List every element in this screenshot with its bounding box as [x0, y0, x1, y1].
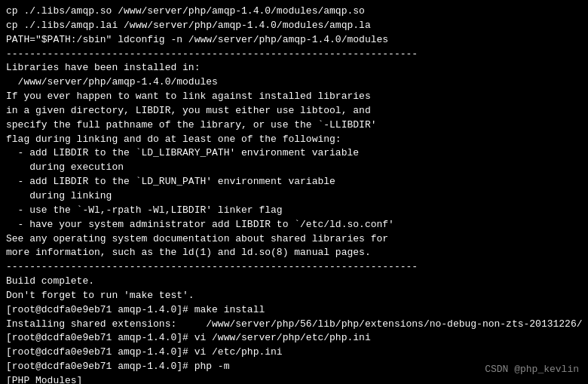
terminal-line: See any operating system documentation a… [6, 232, 582, 247]
terminal-line: during linking [6, 189, 582, 204]
terminal-line: specify the full pathname of the library… [6, 118, 582, 133]
terminal-line: ----------------------------------------… [6, 260, 582, 275]
terminal-line: /www/server/php/amqp-1.4.0/modules [6, 75, 582, 90]
terminal-line: cp ./.libs/amqp.lai /www/server/php/amqp… [6, 19, 582, 33]
watermark: CSDN @php_kevlin [485, 364, 579, 375]
terminal-line: Don't forget to run 'make test'. [6, 289, 582, 303]
terminal-line: [root@dcdfa0e9eb71 amqp-1.4.0]# make ins… [6, 303, 582, 318]
terminal-line: If you ever happen to want to link again… [6, 90, 582, 104]
terminal-line: - use the `-Wl,-rpath -Wl,LIBDIR' linker… [6, 204, 582, 218]
terminal-line: Libraries have been installed in: [6, 61, 582, 75]
terminal-line: during execution [6, 161, 582, 175]
terminal-line: Installing shared extensions: /www/serve… [6, 318, 582, 332]
terminal-line: Build complete. [6, 275, 582, 289]
terminal-line: in a given directory, LIBDIR, you must e… [6, 104, 582, 118]
terminal-window: cp ./.libs/amqp.so /www/server/php/amqp-… [0, 0, 588, 384]
terminal-line: ----------------------------------------… [6, 48, 582, 62]
terminal-line: flag during linking and do at least one … [6, 133, 582, 147]
terminal-line: - have your system administrator add LIB… [6, 218, 582, 232]
terminal-line: [PHP Modules] [6, 374, 582, 384]
terminal-line: - add LIBDIR to the `LD_RUN_PATH' enviro… [6, 175, 582, 189]
terminal-line: [root@dcdfa0e9eb71 amqp-1.4.0]# vi /www/… [6, 331, 582, 346]
terminal-line: PATH="$PATH:/sbin" ldconfig -n /www/serv… [6, 33, 582, 48]
terminal-output: cp ./.libs/amqp.so /www/server/php/amqp-… [6, 5, 582, 384]
terminal-line: more information, such as the ld(1) and … [6, 246, 582, 260]
terminal-line: - add LIBDIR to the `LD_LIBRARY_PATH' en… [6, 146, 582, 161]
terminal-line: [root@dcdfa0e9eb71 amqp-1.4.0]# vi /etc/… [6, 346, 582, 360]
terminal-line: cp ./.libs/amqp.so /www/server/php/amqp-… [6, 5, 582, 19]
